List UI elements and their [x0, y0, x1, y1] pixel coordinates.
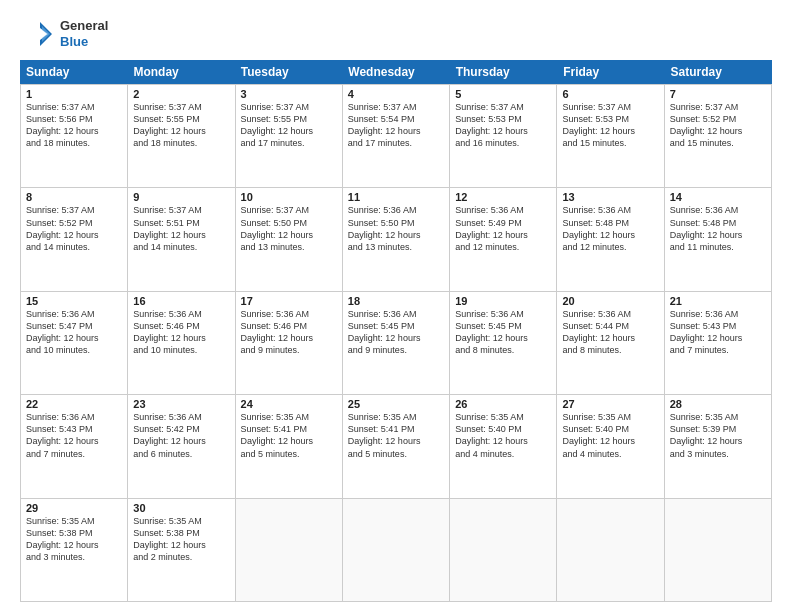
calendar-week: 8Sunrise: 5:37 AMSunset: 5:52 PMDaylight…	[21, 188, 772, 291]
calendar-cell: 20Sunrise: 5:36 AMSunset: 5:44 PMDayligh…	[557, 292, 664, 394]
cell-line: Sunrise: 5:35 AM	[562, 411, 658, 423]
calendar-cell: 28Sunrise: 5:35 AMSunset: 5:39 PMDayligh…	[665, 395, 772, 497]
calendar-cell: 27Sunrise: 5:35 AMSunset: 5:40 PMDayligh…	[557, 395, 664, 497]
calendar-cell: 4Sunrise: 5:37 AMSunset: 5:54 PMDaylight…	[343, 85, 450, 187]
cell-line: Sunrise: 5:36 AM	[562, 308, 658, 320]
cell-line: Sunrise: 5:37 AM	[241, 204, 337, 216]
cell-line: Sunrise: 5:37 AM	[241, 101, 337, 113]
cell-line: Sunset: 5:46 PM	[241, 320, 337, 332]
cell-line: Sunset: 5:46 PM	[133, 320, 229, 332]
cell-line: Sunrise: 5:35 AM	[455, 411, 551, 423]
calendar-week: 15Sunrise: 5:36 AMSunset: 5:47 PMDayligh…	[21, 292, 772, 395]
day-number: 22	[26, 398, 122, 410]
cell-line: Sunrise: 5:36 AM	[562, 204, 658, 216]
calendar-cell: 9Sunrise: 5:37 AMSunset: 5:51 PMDaylight…	[128, 188, 235, 290]
header-day: Friday	[557, 60, 664, 84]
cell-line: and 6 minutes.	[133, 448, 229, 460]
calendar-body: 1Sunrise: 5:37 AMSunset: 5:56 PMDaylight…	[20, 84, 772, 602]
cell-line: Sunrise: 5:36 AM	[26, 411, 122, 423]
cell-line: Sunrise: 5:37 AM	[26, 101, 122, 113]
day-number: 20	[562, 295, 658, 307]
cell-line: Sunrise: 5:36 AM	[241, 308, 337, 320]
cell-line: Daylight: 12 hours	[133, 435, 229, 447]
cell-line: Sunrise: 5:37 AM	[348, 101, 444, 113]
cell-line: Sunset: 5:55 PM	[241, 113, 337, 125]
cell-line: Sunrise: 5:36 AM	[133, 411, 229, 423]
logo-line2: Blue	[60, 34, 108, 50]
cell-line: Daylight: 12 hours	[348, 435, 444, 447]
cell-line: Sunset: 5:47 PM	[26, 320, 122, 332]
cell-line: and 10 minutes.	[133, 344, 229, 356]
cell-line: and 5 minutes.	[241, 448, 337, 460]
calendar-cell: 6Sunrise: 5:37 AMSunset: 5:53 PMDaylight…	[557, 85, 664, 187]
cell-line: Sunset: 5:43 PM	[26, 423, 122, 435]
day-number: 18	[348, 295, 444, 307]
cell-line: Daylight: 12 hours	[241, 435, 337, 447]
cell-line: Sunrise: 5:36 AM	[455, 308, 551, 320]
cell-line: Sunset: 5:50 PM	[241, 217, 337, 229]
calendar-cell: 3Sunrise: 5:37 AMSunset: 5:55 PMDaylight…	[236, 85, 343, 187]
day-number: 8	[26, 191, 122, 203]
cell-line: Sunset: 5:55 PM	[133, 113, 229, 125]
logo-line1: General	[60, 18, 108, 34]
cell-line: Daylight: 12 hours	[670, 125, 766, 137]
cell-line: and 7 minutes.	[670, 344, 766, 356]
cell-line: Daylight: 12 hours	[26, 435, 122, 447]
cell-line: Daylight: 12 hours	[348, 332, 444, 344]
cell-line: and 17 minutes.	[348, 137, 444, 149]
cell-line: Sunrise: 5:37 AM	[133, 101, 229, 113]
cell-line: and 3 minutes.	[670, 448, 766, 460]
cell-line: and 8 minutes.	[455, 344, 551, 356]
day-number: 15	[26, 295, 122, 307]
day-number: 30	[133, 502, 229, 514]
day-number: 3	[241, 88, 337, 100]
cell-line: and 14 minutes.	[133, 241, 229, 253]
cell-line: Sunrise: 5:36 AM	[670, 204, 766, 216]
cell-line: Daylight: 12 hours	[455, 435, 551, 447]
cell-line: Daylight: 12 hours	[562, 229, 658, 241]
cell-line: Sunrise: 5:36 AM	[348, 204, 444, 216]
calendar-cell: 13Sunrise: 5:36 AMSunset: 5:48 PMDayligh…	[557, 188, 664, 290]
cell-line: Daylight: 12 hours	[241, 229, 337, 241]
cell-line: and 10 minutes.	[26, 344, 122, 356]
cell-line: Sunset: 5:52 PM	[670, 113, 766, 125]
cell-line: Sunrise: 5:36 AM	[348, 308, 444, 320]
day-number: 4	[348, 88, 444, 100]
page-header: General Blue	[20, 16, 772, 52]
calendar-cell: 8Sunrise: 5:37 AMSunset: 5:52 PMDaylight…	[21, 188, 128, 290]
cell-line: Sunset: 5:44 PM	[562, 320, 658, 332]
calendar-cell: 12Sunrise: 5:36 AMSunset: 5:49 PMDayligh…	[450, 188, 557, 290]
logo: General Blue	[20, 16, 108, 52]
cell-line: Daylight: 12 hours	[670, 332, 766, 344]
day-number: 25	[348, 398, 444, 410]
cell-line: and 9 minutes.	[348, 344, 444, 356]
cell-line: and 16 minutes.	[455, 137, 551, 149]
cell-line: Daylight: 12 hours	[133, 125, 229, 137]
cell-line: and 12 minutes.	[562, 241, 658, 253]
cell-line: and 4 minutes.	[562, 448, 658, 460]
cell-line: Sunset: 5:50 PM	[348, 217, 444, 229]
cell-line: Sunset: 5:54 PM	[348, 113, 444, 125]
calendar: SundayMondayTuesdayWednesdayThursdayFrid…	[20, 60, 772, 602]
cell-line: Sunrise: 5:35 AM	[241, 411, 337, 423]
cell-line: Sunset: 5:53 PM	[562, 113, 658, 125]
day-number: 14	[670, 191, 766, 203]
cell-line: Daylight: 12 hours	[348, 125, 444, 137]
cell-line: Sunset: 5:48 PM	[670, 217, 766, 229]
cell-line: and 5 minutes.	[348, 448, 444, 460]
cell-line: Sunrise: 5:37 AM	[670, 101, 766, 113]
cell-line: Sunrise: 5:37 AM	[26, 204, 122, 216]
cell-line: and 12 minutes.	[455, 241, 551, 253]
day-number: 2	[133, 88, 229, 100]
calendar-week: 22Sunrise: 5:36 AMSunset: 5:43 PMDayligh…	[21, 395, 772, 498]
calendar-cell	[236, 499, 343, 601]
cell-line: Sunset: 5:38 PM	[26, 527, 122, 539]
day-number: 17	[241, 295, 337, 307]
cell-line: Sunset: 5:45 PM	[348, 320, 444, 332]
cell-line: Daylight: 12 hours	[348, 229, 444, 241]
cell-line: Sunrise: 5:35 AM	[133, 515, 229, 527]
calendar-cell: 14Sunrise: 5:36 AMSunset: 5:48 PMDayligh…	[665, 188, 772, 290]
calendar-cell: 5Sunrise: 5:37 AMSunset: 5:53 PMDaylight…	[450, 85, 557, 187]
day-number: 29	[26, 502, 122, 514]
cell-line: Sunrise: 5:36 AM	[26, 308, 122, 320]
